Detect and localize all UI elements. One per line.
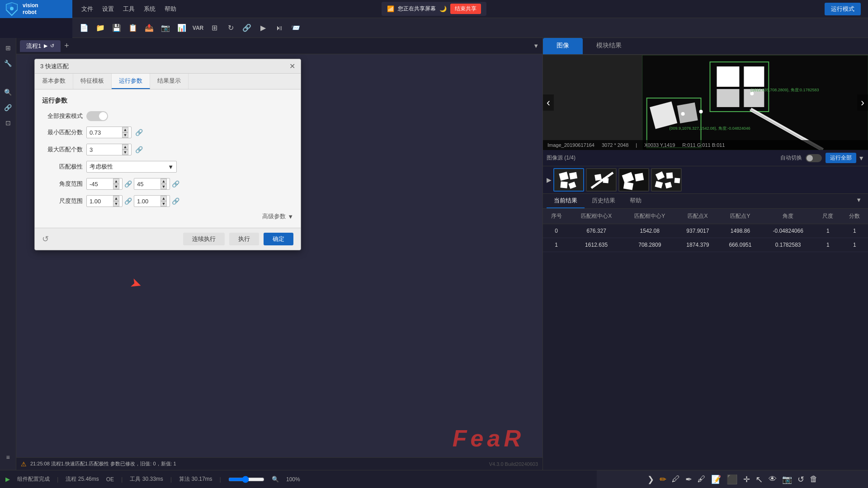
strip-dropdown-icon[interactable]: ▼	[858, 155, 864, 162]
chart-button[interactable]: 📊	[175, 21, 189, 35]
statusbar-play-icon[interactable]: ▶	[5, 476, 10, 483]
sidebar-search-icon[interactable]: 🔍	[2, 86, 14, 99]
dialog-close-button[interactable]: ✕	[289, 62, 295, 70]
max-match-input[interactable]: 3 ▲ ▼	[86, 144, 132, 155]
max-match-down[interactable]: ▼	[122, 150, 128, 155]
thumb-item-3[interactable]	[618, 168, 649, 192]
run-mode-button[interactable]: 运行模式	[825, 3, 861, 15]
dialog-tab-run-params[interactable]: 运行参数	[112, 74, 150, 89]
dialog-tab-template[interactable]: 特征模板	[73, 74, 112, 89]
scale-link1[interactable]: 🔗	[124, 197, 132, 205]
tab-dropdown-button[interactable]: ▼	[533, 42, 539, 49]
sidebar-nodes-icon[interactable]: ⊞	[2, 42, 14, 54]
bt-pen-light[interactable]: ✒	[685, 474, 692, 484]
continuous-execute-button[interactable]: 连续执行	[183, 233, 225, 245]
sidebar-connect-icon[interactable]: 🔗	[2, 101, 14, 114]
play-button[interactable]: ▶	[256, 21, 270, 35]
right-tab-module-result[interactable]: 模块结果	[583, 38, 635, 54]
res-tab-help[interactable]: 帮助	[623, 194, 649, 208]
bt-eye[interactable]: 👁	[769, 474, 777, 484]
bt-move[interactable]: ✛	[743, 474, 750, 484]
dialog-tab-basic[interactable]: 基本参数	[35, 74, 73, 89]
zoom-slider[interactable]	[228, 476, 264, 483]
sidebar-settings-icon[interactable]: 🔧	[2, 57, 14, 70]
advanced-row[interactable]: 高级参数 ▼	[42, 212, 293, 221]
play2-button[interactable]: ⏯	[272, 21, 287, 35]
bt-eraser[interactable]: ⬛	[726, 474, 738, 485]
tab-flow1-run[interactable]: ▶	[44, 43, 47, 49]
angle-link2[interactable]: 🔗	[172, 180, 179, 188]
min-match-up[interactable]: ▲	[122, 127, 128, 132]
var-button[interactable]: VAR	[191, 21, 205, 35]
bt-cursor[interactable]: ↖	[755, 474, 763, 485]
angle-max-down[interactable]: ▼	[160, 184, 167, 189]
save-as-button[interactable]: 📋	[126, 21, 140, 35]
tab-add-button[interactable]: +	[62, 41, 71, 51]
search-mode-toggle[interactable]	[86, 111, 108, 121]
min-match-input[interactable]: 0.73 ▲ ▼	[86, 127, 132, 138]
menu-help[interactable]: 帮助	[165, 5, 176, 13]
scale-min-down[interactable]: ▼	[113, 201, 119, 206]
bt-trash[interactable]: 🗑	[810, 474, 818, 484]
table-button[interactable]: ⊞	[207, 21, 222, 35]
save-button[interactable]: 💾	[109, 21, 124, 35]
bt-chevron-right[interactable]: ❯	[647, 474, 654, 484]
max-match-link[interactable]: 🔗	[135, 146, 143, 153]
canvas-area[interactable]: 📷 1图像源1 ⚠ 2BLOB分析1 3 快速匹配 ✕ 基本参数 特征模板 运行…	[16, 54, 542, 470]
thumb-item-1[interactable]	[553, 168, 584, 192]
refresh-button[interactable]: ↻	[223, 21, 238, 35]
image-nav-left[interactable]: ‹	[543, 94, 554, 111]
sidebar-grid-icon[interactable]: ⊡	[2, 117, 14, 129]
link2-button[interactable]: 🔗	[240, 21, 254, 35]
open-button[interactable]: 📁	[93, 21, 108, 35]
scale-max-up[interactable]: ▲	[160, 196, 167, 201]
thumb-arrow-left[interactable]: ▶	[547, 176, 552, 183]
menu-file[interactable]: 文件	[81, 5, 93, 13]
sidebar-list-icon[interactable]: ≡	[2, 451, 14, 464]
thumb-item-4[interactable]	[651, 168, 682, 192]
menu-tools[interactable]: 工具	[123, 5, 135, 13]
match-polarity-select[interactable]: 考虑极性 ▼	[86, 161, 177, 173]
scale-link2[interactable]: 🔗	[172, 197, 179, 205]
min-match-link[interactable]: 🔗	[135, 129, 143, 136]
confirm-button[interactable]: 确定	[264, 233, 293, 245]
angle-link1[interactable]: 🔗	[124, 180, 132, 188]
scale-min-up[interactable]: ▲	[113, 196, 119, 201]
bt-camera2[interactable]: 📷	[782, 474, 792, 484]
bt-rotate[interactable]: ↺	[797, 474, 804, 484]
end-share-button[interactable]: 结束共享	[450, 4, 481, 14]
res-tab-history[interactable]: 历史结果	[585, 194, 623, 208]
scale-range-min-input[interactable]: 1.00 ▲ ▼	[86, 195, 123, 207]
export-button[interactable]: 📤	[142, 21, 156, 35]
scale-range-max-input[interactable]: 1.00 ▲ ▼	[134, 195, 170, 207]
angle-min-up[interactable]: ▲	[113, 178, 119, 184]
tab-flow1[interactable]: 流程1 ▶ ↺	[20, 40, 61, 52]
angle-max-up[interactable]: ▲	[160, 178, 167, 184]
min-match-down[interactable]: ▼	[122, 132, 128, 138]
menu-settings[interactable]: 设置	[102, 5, 114, 13]
dialog-tab-result-display[interactable]: 结果显示	[150, 74, 189, 89]
tab-flow1-loop[interactable]: ↺	[50, 43, 54, 49]
res-tab-current[interactable]: 当前结果	[547, 194, 585, 208]
run-all-button[interactable]: 运行全部	[826, 153, 856, 163]
execute-button[interactable]: 执行	[229, 233, 259, 245]
reset-button[interactable]: ↺	[42, 234, 49, 244]
scale-max-down[interactable]: ▼	[160, 201, 167, 206]
bt-marker[interactable]: 🖋	[698, 474, 706, 484]
results-expand-button[interactable]: ▼	[853, 194, 864, 208]
bt-highlighter[interactable]: 📝	[711, 474, 721, 484]
export2-button[interactable]: 📨	[288, 21, 303, 35]
angle-range-max-input[interactable]: 45 ▲ ▼	[134, 178, 170, 190]
zoom-icon[interactable]: 🔍	[272, 476, 279, 483]
image-nav-right[interactable]: ›	[857, 94, 868, 111]
new-button[interactable]: 📄	[77, 21, 91, 35]
angle-min-down[interactable]: ▼	[113, 184, 119, 189]
menu-system[interactable]: 系统	[144, 5, 156, 13]
camera-button[interactable]: 📷	[158, 21, 173, 35]
angle-range-min-input[interactable]: -45 ▲ ▼	[86, 178, 123, 190]
right-tab-image[interactable]: 图像	[543, 38, 583, 54]
bt-pencil-orange[interactable]: ✏	[660, 474, 666, 484]
auto-switch-toggle[interactable]	[806, 154, 822, 162]
max-match-up[interactable]: ▲	[122, 144, 128, 150]
bt-pen-dark[interactable]: 🖊	[672, 474, 680, 484]
